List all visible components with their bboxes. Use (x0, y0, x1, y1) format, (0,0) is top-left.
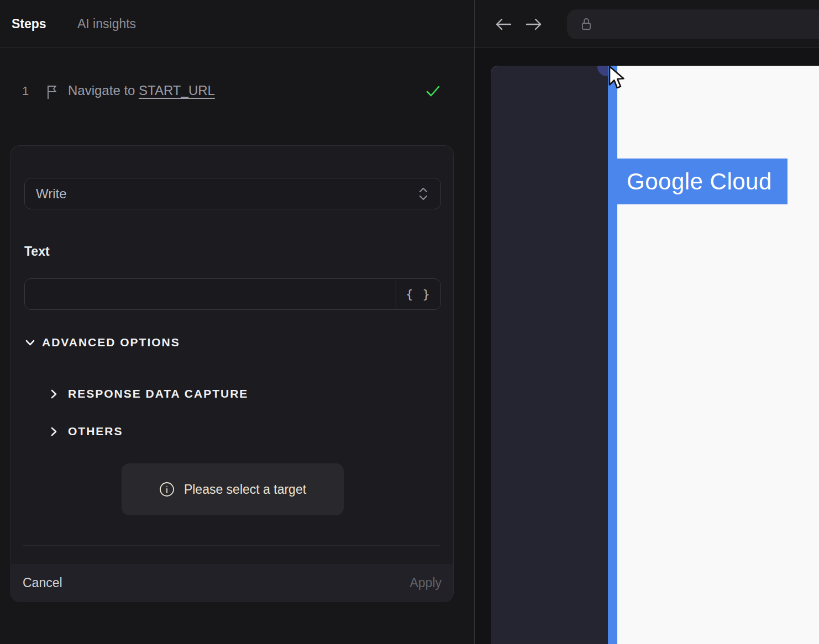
page-sidebar (491, 66, 608, 644)
flag-icon (45, 84, 59, 99)
step-label: Navigate to START_URL (68, 83, 215, 98)
chevron-right-icon (50, 426, 59, 437)
step-start-url-link[interactable]: START_URL (139, 83, 215, 98)
app-window: Steps AI insights (0, 0, 819, 644)
check-icon (424, 83, 441, 99)
browser-back-button[interactable] (494, 16, 513, 33)
action-select[interactable]: Write (24, 178, 441, 209)
arrow-left-icon (494, 16, 513, 33)
steps-panel: 1 Navigate to START_URL Write (0, 48, 474, 644)
cursor-icon (607, 66, 627, 91)
tab-steps[interactable]: Steps (12, 0, 46, 47)
chevron-right-icon (50, 388, 59, 400)
others-label: OTHERS (68, 425, 123, 438)
response-data-capture-label: RESPONSE DATA CAPTURE (68, 387, 248, 400)
step-label-prefix: Navigate to (68, 83, 139, 98)
page-content (617, 66, 819, 644)
highlight-stripe (608, 66, 617, 644)
highlighted-element[interactable]: Google Cloud (617, 159, 788, 204)
text-input[interactable] (25, 279, 396, 309)
panel-divider (474, 0, 475, 644)
footer-divider (23, 545, 440, 546)
advanced-options-toggle[interactable]: ADVANCED OPTIONS (24, 336, 180, 349)
advanced-options-label: ADVANCED OPTIONS (42, 336, 180, 349)
arrow-right-icon (524, 16, 543, 33)
response-data-capture-toggle[interactable]: RESPONSE DATA CAPTURE (50, 387, 248, 400)
insert-variable-button[interactable]: { } (396, 279, 440, 309)
select-target-notice-text: Please select a target (184, 482, 306, 497)
google-cloud-text: Google Cloud (627, 168, 772, 195)
braces-icon: { } (406, 287, 431, 301)
browser-viewport: Google Cloud (491, 66, 819, 644)
top-bar: Steps AI insights (0, 0, 819, 47)
cancel-button[interactable]: Cancel (23, 576, 62, 590)
chevron-down-icon (24, 337, 36, 349)
apply-button[interactable]: Apply (410, 576, 442, 590)
card-footer: Cancel Apply (11, 564, 453, 602)
address-bar[interactable] (567, 9, 819, 39)
select-target-notice: Please select a target (122, 463, 344, 515)
lock-icon (579, 15, 594, 33)
action-select-value: Write (36, 186, 417, 202)
browser-preview-area: Google Cloud (475, 48, 819, 644)
step-row[interactable]: 1 Navigate to START_URL (0, 83, 474, 102)
tab-ai-insights-label: AI insights (77, 17, 136, 31)
browser-forward-button[interactable] (524, 16, 543, 33)
step-editor-card: Write Text { } (11, 145, 454, 602)
info-icon (159, 482, 175, 497)
others-toggle[interactable]: OTHERS (50, 425, 123, 438)
tab-steps-label: Steps (12, 17, 46, 31)
tab-ai-insights[interactable]: AI insights (77, 0, 136, 47)
text-field-label: Text (24, 244, 50, 259)
unfold-icon (417, 186, 429, 202)
step-number: 1 (22, 84, 29, 98)
text-input-row: { } (24, 278, 441, 310)
